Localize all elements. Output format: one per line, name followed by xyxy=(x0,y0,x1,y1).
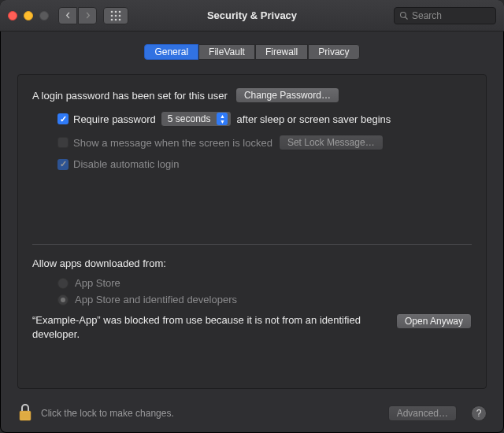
help-button[interactable]: ? xyxy=(471,405,487,421)
require-password-checkbox[interactable] xyxy=(57,113,69,124)
stepper-arrows-icon: ▲▼ xyxy=(217,113,228,125)
titlebar: Security & Privacy Search xyxy=(0,0,504,31)
nav-buttons xyxy=(58,7,97,24)
radio-identified-label: App Store and identified developers xyxy=(75,294,237,305)
svg-point-2 xyxy=(119,10,121,13)
svg-point-9 xyxy=(401,12,406,17)
tab-bar: General FileVault Firewall Privacy xyxy=(17,44,487,60)
show-all-button[interactable] xyxy=(103,7,128,24)
set-lock-message-button: Set Lock Message… xyxy=(279,135,384,150)
disable-auto-login-label: Disable automatic login xyxy=(73,158,179,170)
password-set-text: A login password has been set for this u… xyxy=(32,90,228,102)
require-password-delay-select[interactable]: 5 seconds ▲▼ xyxy=(161,111,232,127)
lock-icon[interactable] xyxy=(17,403,33,424)
close-window-btn[interactable] xyxy=(8,11,17,20)
svg-point-3 xyxy=(111,14,113,17)
search-placeholder: Search xyxy=(412,10,442,21)
forward-button[interactable] xyxy=(78,7,97,24)
disable-auto-login-checkbox xyxy=(57,159,69,170)
change-password-button[interactable]: Change Password… xyxy=(235,87,339,103)
radio-app-store xyxy=(57,278,69,289)
show-message-checkbox xyxy=(57,137,69,148)
blocked-app-message: “Example-App” was blocked from use becau… xyxy=(32,313,384,341)
open-anyway-button[interactable]: Open Anyway xyxy=(396,313,472,329)
svg-point-5 xyxy=(119,14,121,17)
svg-line-10 xyxy=(406,17,408,19)
svg-point-1 xyxy=(115,10,117,13)
radio-app-store-label: App Store xyxy=(75,277,120,289)
content-area: General FileVault Firewall Privacy A log… xyxy=(0,31,504,394)
minimize-window-btn[interactable] xyxy=(24,11,33,20)
search-icon xyxy=(399,11,409,20)
tab-firewall[interactable]: Firewall xyxy=(255,44,308,60)
footer: Click the lock to make changes. Advanced… xyxy=(0,394,504,433)
require-password-delay-value: 5 seconds xyxy=(168,113,211,124)
general-panel: A login password has been set for this u… xyxy=(17,74,487,389)
tab-general[interactable]: General xyxy=(144,44,198,60)
require-password-label: Require password xyxy=(73,113,156,125)
allow-apps-heading: Allow apps downloaded from: xyxy=(32,257,166,269)
search-field[interactable]: Search xyxy=(394,7,496,24)
traffic-lights xyxy=(8,11,49,20)
divider xyxy=(32,244,472,245)
show-message-label: Show a message when the screen is locked xyxy=(73,137,272,149)
tab-filevault[interactable]: FileVault xyxy=(198,44,255,60)
svg-point-8 xyxy=(119,18,121,20)
advanced-button[interactable]: Advanced… xyxy=(388,405,457,421)
back-button[interactable] xyxy=(58,7,77,24)
radio-identified-developers xyxy=(57,294,69,305)
svg-point-4 xyxy=(115,14,117,17)
lock-text: Click the lock to make changes. xyxy=(41,408,174,419)
preferences-window: Security & Privacy Search General FileVa… xyxy=(0,0,504,433)
zoom-window-btn xyxy=(39,11,49,20)
require-password-suffix: after sleep or screen saver begins xyxy=(236,113,391,125)
svg-point-7 xyxy=(115,18,117,20)
svg-point-6 xyxy=(111,18,113,20)
tab-privacy[interactable]: Privacy xyxy=(308,44,359,60)
svg-point-0 xyxy=(111,10,113,13)
